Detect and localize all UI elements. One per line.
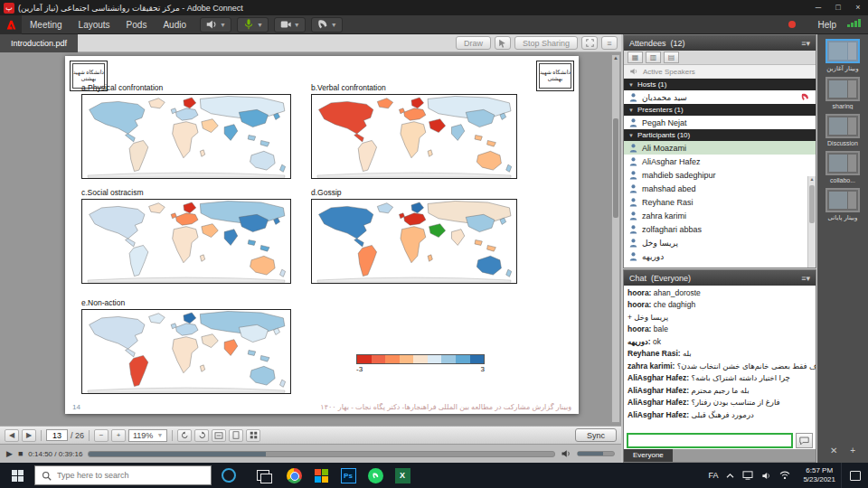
attendee-row-presenter[interactable]: Pegah Nejat [624, 116, 816, 129]
send-message-button[interactable] [796, 433, 813, 448]
pdf-scrollbar[interactable]: ▲ [611, 54, 620, 423]
search-input[interactable] [57, 471, 204, 480]
person-icon [629, 198, 637, 207]
webcam-control[interactable]: ▼ [274, 17, 306, 33]
connection-signal-icon [847, 19, 861, 27]
attendee-row[interactable]: AliAsghar Hafez [624, 155, 816, 168]
chat-bubble-icon [799, 436, 809, 446]
menu-pods[interactable]: Pods [118, 15, 156, 34]
fit-page-button[interactable] [229, 429, 243, 442]
taskbar-chrome[interactable] [280, 463, 307, 488]
draw-button[interactable]: Draw [456, 36, 491, 50]
attendee-view-button-3[interactable]: ▤ [664, 52, 679, 63]
wifi-icon[interactable] [779, 471, 790, 480]
volume-slider[interactable] [577, 451, 615, 456]
tray-volume-icon[interactable] [761, 471, 771, 481]
pod-options-button[interactable]: ≡ [601, 36, 618, 50]
volume-icon[interactable] [561, 448, 571, 459]
layout-thumbnail[interactable] [826, 151, 860, 175]
rotate-left-button[interactable] [177, 429, 192, 442]
pod-menu-button[interactable]: ≡▾ [801, 39, 810, 48]
layout-label: Discussion [821, 140, 864, 146]
chat-input[interactable] [627, 433, 793, 448]
zoom-in-button[interactable]: + [111, 429, 126, 442]
taskbar-whatsapp[interactable] [362, 463, 389, 488]
language-indicator[interactable]: FA [708, 471, 718, 480]
task-view-button[interactable] [246, 463, 280, 488]
pod-menu-button[interactable]: ≡▾ [801, 274, 810, 283]
menu-audio[interactable]: Audio [155, 15, 194, 34]
clock[interactable]: 6:57 PM 5/23/2021 [797, 466, 841, 484]
speaker-control[interactable]: ▼ [200, 17, 231, 33]
recording-indicator [788, 21, 796, 28]
layout-item-collaboration[interactable]: collabo... [821, 151, 864, 183]
stop-button[interactable]: ■ [18, 449, 23, 458]
page-input[interactable] [46, 429, 68, 441]
layout-thumbnail[interactable] [826, 114, 860, 138]
minimize-button[interactable]: ─ [808, 0, 828, 15]
playback-bar: ▶ ■ 0:14:50 / 0:39:16 [0, 444, 621, 463]
phone-control[interactable]: ▼ [311, 17, 343, 33]
layout-thumbnail[interactable] [826, 188, 860, 212]
zoom-out-button[interactable]: − [94, 429, 108, 442]
sync-button[interactable]: Sync [575, 428, 617, 442]
stop-sharing-button[interactable]: Stop Sharing [514, 36, 578, 50]
menu-meeting[interactable]: Meeting [22, 15, 71, 34]
chat-pod: Chat (Everyone) ≡▾ hoora: ahan_doroste h… [623, 269, 816, 463]
mic-control[interactable]: ▼ [237, 17, 269, 33]
layout-item-discussion[interactable]: Discussion [821, 114, 864, 146]
action-center-button[interactable] [841, 463, 868, 488]
attendee-view-button-1[interactable]: ▦ [627, 52, 643, 63]
chevron-down-icon: ▼ [257, 22, 263, 28]
taskbar-office[interactable] [307, 463, 335, 488]
close-icon[interactable]: ✕ [830, 446, 837, 455]
tray-chevron-up-icon[interactable] [726, 473, 734, 479]
playback-progress-bar[interactable] [88, 451, 555, 457]
layout-item-opening[interactable]: وبینار آغازین [821, 39, 864, 72]
thumbnails-button[interactable] [246, 429, 260, 442]
fit-width-button[interactable] [212, 429, 226, 442]
menu-layouts[interactable]: Layouts [71, 15, 118, 34]
close-button[interactable]: × [848, 0, 868, 15]
attendee-view-button-2[interactable]: ▥ [646, 52, 661, 63]
participants-group-bar[interactable]: ▼ Participants (10) [624, 129, 816, 141]
layout-thumbnail[interactable] [826, 77, 860, 101]
attendee-row[interactable]: mahshad abed [624, 182, 816, 195]
cortana-button[interactable] [212, 463, 246, 488]
person-icon [629, 211, 637, 221]
attendee-row[interactable]: zahra karimi [624, 209, 816, 222]
next-page-button[interactable]: ▶ [22, 429, 36, 442]
menu-help[interactable]: Help [808, 20, 845, 30]
play-button[interactable]: ▶ [6, 449, 13, 458]
attendee-row[interactable]: Reyhane Rasi [624, 195, 816, 209]
pointer-button[interactable] [495, 36, 511, 50]
monitor-icon[interactable] [742, 471, 753, 480]
layout-item-sharing[interactable]: sharing [821, 77, 864, 109]
fullscreen-button[interactable] [581, 36, 598, 50]
hosts-group-bar[interactable]: ▼ Hosts (1) [624, 79, 816, 90]
attendees-scrollbar[interactable]: ▲ [807, 176, 816, 267]
attendee-row[interactable]: Ali Moazami [624, 141, 816, 155]
taskbar-excel[interactable]: X [389, 463, 416, 488]
attendee-row[interactable]: دوریهه [624, 249, 816, 263]
attendee-row[interactable]: پریسا وخل [624, 236, 816, 249]
chat-tab-everyone[interactable]: Everyone [624, 449, 673, 462]
participants-header-label: Participants (10) [637, 131, 690, 139]
attendee-row-host[interactable]: سید محمدیان [624, 90, 816, 104]
layout-item-closing[interactable]: وبینار پایانی [821, 188, 864, 221]
prev-page-button[interactable]: ◀ [5, 429, 19, 442]
rotate-right-button[interactable] [194, 429, 209, 442]
zoom-select[interactable]: 119% ▼ [128, 429, 167, 442]
layout-thumbnail[interactable] [826, 39, 860, 63]
taskbar-photoshop[interactable]: Ps [335, 463, 362, 488]
add-layout-icon[interactable]: + [850, 446, 855, 455]
maximize-button[interactable]: □ [828, 0, 848, 15]
presenters-group-bar[interactable]: ▼ Presenters (1) [624, 104, 816, 116]
attendee-row[interactable]: mahdieb sadeghipur [624, 168, 816, 182]
taskbar-search[interactable] [34, 465, 212, 485]
whatsapp-icon [368, 468, 383, 483]
start-button[interactable] [0, 463, 34, 488]
document-tab[interactable]: Introduction.pdf [0, 34, 78, 52]
attendee-row[interactable]: zolfaghari abbas [624, 222, 816, 236]
person-icon [629, 252, 637, 261]
